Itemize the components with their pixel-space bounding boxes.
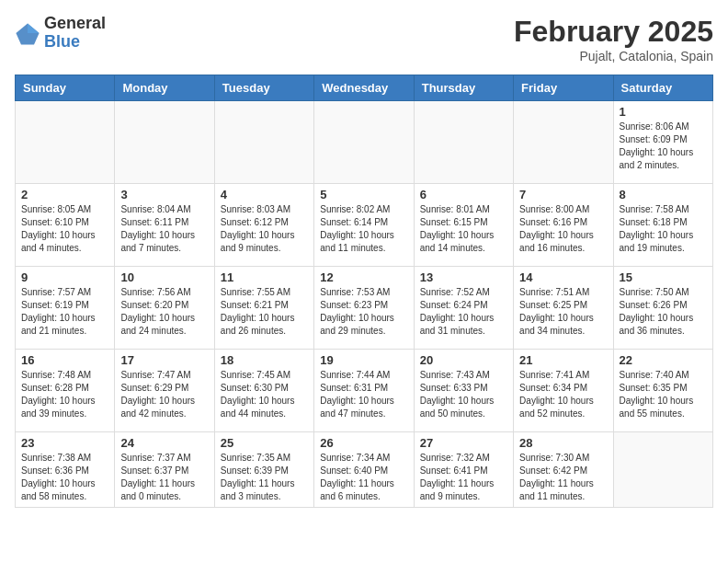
calendar-day-cell: 23Sunrise: 7:38 AM Sunset: 6:36 PM Dayli… bbox=[16, 432, 115, 508]
day-info: Sunrise: 7:30 AM Sunset: 6:42 PM Dayligh… bbox=[519, 452, 607, 503]
day-info: Sunrise: 8:03 AM Sunset: 6:12 PM Dayligh… bbox=[221, 203, 308, 255]
day-number: 27 bbox=[420, 436, 507, 450]
calendar-day-cell bbox=[115, 101, 214, 184]
day-info: Sunrise: 7:44 AM Sunset: 6:31 PM Dayligh… bbox=[320, 369, 407, 420]
calendar-header-day: Friday bbox=[514, 75, 613, 101]
month-year-title: February 2025 bbox=[514, 15, 713, 49]
logo-general-text: General bbox=[44, 15, 106, 33]
day-info: Sunrise: 7:48 AM Sunset: 6:28 PM Dayligh… bbox=[21, 369, 108, 420]
calendar-day-cell: 4Sunrise: 8:03 AM Sunset: 6:12 PM Daylig… bbox=[214, 184, 313, 267]
calendar-week-row: 16Sunrise: 7:48 AM Sunset: 6:28 PM Dayli… bbox=[16, 350, 713, 432]
day-info: Sunrise: 8:04 AM Sunset: 6:11 PM Dayligh… bbox=[120, 203, 208, 255]
calendar-day-cell bbox=[414, 101, 513, 184]
calendar-day-cell: 16Sunrise: 7:48 AM Sunset: 6:28 PM Dayli… bbox=[16, 350, 115, 432]
day-info: Sunrise: 7:45 AM Sunset: 6:30 PM Dayligh… bbox=[221, 369, 308, 420]
calendar-day-cell: 20Sunrise: 7:43 AM Sunset: 6:33 PM Dayli… bbox=[414, 350, 513, 432]
day-info: Sunrise: 7:41 AM Sunset: 6:34 PM Dayligh… bbox=[519, 369, 607, 420]
calendar-day-cell: 21Sunrise: 7:41 AM Sunset: 6:34 PM Dayli… bbox=[514, 350, 613, 432]
day-info: Sunrise: 7:38 AM Sunset: 6:36 PM Dayligh… bbox=[21, 452, 108, 503]
calendar-day-cell: 10Sunrise: 7:56 AM Sunset: 6:20 PM Dayli… bbox=[115, 267, 214, 350]
day-number: 24 bbox=[120, 436, 208, 450]
calendar-header-day: Saturday bbox=[613, 75, 712, 101]
calendar-day-cell: 8Sunrise: 7:58 AM Sunset: 6:18 PM Daylig… bbox=[613, 184, 712, 267]
day-info: Sunrise: 7:35 AM Sunset: 6:39 PM Dayligh… bbox=[221, 452, 308, 503]
calendar-day-cell: 25Sunrise: 7:35 AM Sunset: 6:39 PM Dayli… bbox=[214, 432, 313, 508]
day-number: 19 bbox=[320, 353, 407, 367]
calendar-week-row: 2Sunrise: 8:05 AM Sunset: 6:10 PM Daylig… bbox=[16, 184, 713, 267]
day-number: 18 bbox=[221, 353, 308, 367]
calendar-day-cell: 27Sunrise: 7:32 AM Sunset: 6:41 PM Dayli… bbox=[414, 432, 513, 508]
day-number: 10 bbox=[120, 270, 208, 284]
calendar-week-row: 23Sunrise: 7:38 AM Sunset: 6:36 PM Dayli… bbox=[16, 432, 713, 508]
calendar-day-cell: 26Sunrise: 7:34 AM Sunset: 6:40 PM Dayli… bbox=[314, 432, 414, 508]
calendar-day-cell: 1Sunrise: 8:06 AM Sunset: 6:09 PM Daylig… bbox=[613, 101, 712, 184]
location-subtitle: Pujalt, Catalonia, Spain bbox=[514, 49, 713, 63]
day-number: 14 bbox=[519, 270, 607, 284]
day-number: 12 bbox=[320, 270, 407, 284]
calendar-table: SundayMondayTuesdayWednesdayThursdayFrid… bbox=[15, 75, 713, 508]
day-number: 6 bbox=[420, 188, 507, 201]
calendar-header-day: Thursday bbox=[414, 75, 513, 101]
day-info: Sunrise: 7:58 AM Sunset: 6:18 PM Dayligh… bbox=[620, 203, 707, 255]
logo: General Blue bbox=[15, 15, 106, 52]
calendar-header: SundayMondayTuesdayWednesdayThursdayFrid… bbox=[16, 75, 713, 101]
day-number: 23 bbox=[21, 436, 108, 450]
day-info: Sunrise: 8:01 AM Sunset: 6:15 PM Dayligh… bbox=[420, 203, 507, 255]
day-info: Sunrise: 7:52 AM Sunset: 6:24 PM Dayligh… bbox=[420, 286, 507, 338]
day-info: Sunrise: 8:02 AM Sunset: 6:14 PM Dayligh… bbox=[320, 203, 407, 255]
calendar-day-cell: 11Sunrise: 7:55 AM Sunset: 6:21 PM Dayli… bbox=[214, 267, 313, 350]
day-info: Sunrise: 8:05 AM Sunset: 6:10 PM Dayligh… bbox=[21, 203, 108, 255]
day-info: Sunrise: 7:51 AM Sunset: 6:25 PM Dayligh… bbox=[519, 286, 607, 338]
day-number: 4 bbox=[221, 188, 308, 201]
day-info: Sunrise: 7:40 AM Sunset: 6:35 PM Dayligh… bbox=[620, 369, 707, 420]
day-number: 8 bbox=[620, 188, 707, 201]
day-info: Sunrise: 8:00 AM Sunset: 6:16 PM Dayligh… bbox=[519, 203, 607, 255]
day-info: Sunrise: 7:50 AM Sunset: 6:26 PM Dayligh… bbox=[620, 286, 707, 338]
calendar-day-cell: 19Sunrise: 7:44 AM Sunset: 6:31 PM Dayli… bbox=[314, 350, 414, 432]
day-info: Sunrise: 7:55 AM Sunset: 6:21 PM Dayligh… bbox=[221, 286, 308, 338]
calendar-day-cell bbox=[613, 432, 712, 508]
day-info: Sunrise: 7:34 AM Sunset: 6:40 PM Dayligh… bbox=[320, 452, 407, 503]
day-info: Sunrise: 7:56 AM Sunset: 6:20 PM Dayligh… bbox=[120, 286, 208, 338]
day-number: 15 bbox=[620, 270, 707, 284]
day-number: 9 bbox=[21, 270, 108, 284]
calendar-header-day: Monday bbox=[115, 75, 214, 101]
title-block: February 2025 Pujalt, Catalonia, Spain bbox=[514, 15, 713, 63]
day-number: 20 bbox=[420, 353, 507, 367]
day-info: Sunrise: 7:53 AM Sunset: 6:23 PM Dayligh… bbox=[320, 286, 407, 338]
day-info: Sunrise: 7:43 AM Sunset: 6:33 PM Dayligh… bbox=[420, 369, 507, 420]
calendar-day-cell: 12Sunrise: 7:53 AM Sunset: 6:23 PM Dayli… bbox=[314, 267, 414, 350]
day-number: 26 bbox=[320, 436, 407, 450]
calendar-body: 1Sunrise: 8:06 AM Sunset: 6:09 PM Daylig… bbox=[16, 101, 713, 508]
calendar-day-cell bbox=[214, 101, 313, 184]
day-info: Sunrise: 7:32 AM Sunset: 6:41 PM Dayligh… bbox=[420, 452, 507, 503]
day-number: 3 bbox=[120, 188, 208, 201]
day-number: 13 bbox=[420, 270, 507, 284]
calendar-week-row: 1Sunrise: 8:06 AM Sunset: 6:09 PM Daylig… bbox=[16, 101, 713, 184]
day-number: 16 bbox=[21, 353, 108, 367]
day-number: 17 bbox=[120, 353, 208, 367]
calendar-day-cell: 9Sunrise: 7:57 AM Sunset: 6:19 PM Daylig… bbox=[16, 267, 115, 350]
calendar-day-cell: 28Sunrise: 7:30 AM Sunset: 6:42 PM Dayli… bbox=[514, 432, 613, 508]
day-number: 22 bbox=[620, 353, 707, 367]
calendar-header-day: Tuesday bbox=[214, 75, 313, 101]
calendar-header-row: SundayMondayTuesdayWednesdayThursdayFrid… bbox=[16, 75, 713, 101]
calendar-day-cell: 13Sunrise: 7:52 AM Sunset: 6:24 PM Dayli… bbox=[414, 267, 513, 350]
calendar-day-cell: 15Sunrise: 7:50 AM Sunset: 6:26 PM Dayli… bbox=[613, 267, 712, 350]
calendar-day-cell: 2Sunrise: 8:05 AM Sunset: 6:10 PM Daylig… bbox=[16, 184, 115, 267]
calendar-day-cell: 7Sunrise: 8:00 AM Sunset: 6:16 PM Daylig… bbox=[514, 184, 613, 267]
day-number: 25 bbox=[221, 436, 308, 450]
day-number: 28 bbox=[519, 436, 607, 450]
day-number: 2 bbox=[21, 188, 108, 201]
calendar-day-cell: 22Sunrise: 7:40 AM Sunset: 6:35 PM Dayli… bbox=[613, 350, 712, 432]
logo-text: General Blue bbox=[44, 15, 106, 52]
calendar-day-cell: 24Sunrise: 7:37 AM Sunset: 6:37 PM Dayli… bbox=[115, 432, 214, 508]
day-info: Sunrise: 7:57 AM Sunset: 6:19 PM Dayligh… bbox=[21, 286, 108, 338]
calendar-day-cell: 3Sunrise: 8:04 AM Sunset: 6:11 PM Daylig… bbox=[115, 184, 214, 267]
calendar-day-cell bbox=[314, 101, 414, 184]
calendar-day-cell: 6Sunrise: 8:01 AM Sunset: 6:15 PM Daylig… bbox=[414, 184, 513, 267]
calendar-day-cell bbox=[514, 101, 613, 184]
day-number: 1 bbox=[620, 105, 707, 119]
logo-icon bbox=[15, 20, 40, 46]
logo-blue-text: Blue bbox=[44, 33, 106, 52]
